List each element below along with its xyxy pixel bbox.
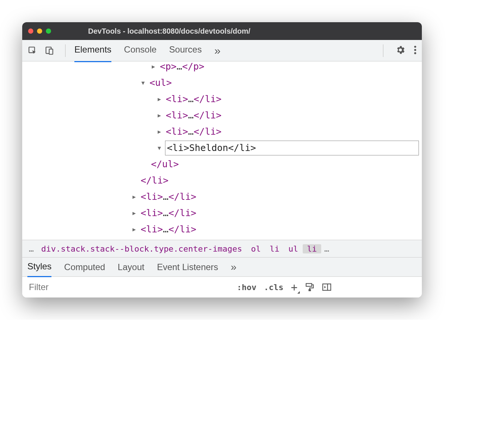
dom-ellipsis: … <box>188 107 194 124</box>
toolbar-separator <box>65 44 65 57</box>
dom-tree[interactable]: ▶ <p>…</p> ▼ <ul> ▶ <li>…</li> ▶ <li>…</… <box>22 61 422 240</box>
tab-console[interactable]: Console <box>124 39 157 62</box>
toolbar-right <box>379 44 417 57</box>
dom-node-tag: </li> <box>168 205 196 221</box>
svg-rect-6 <box>306 283 312 286</box>
paint-format-icon[interactable] <box>305 282 315 292</box>
window-title: DevTools - localhost:8080/docs/devtools/… <box>88 27 251 36</box>
inspect-element-icon[interactable] <box>27 46 38 56</box>
subtab-computed[interactable]: Computed <box>64 258 105 277</box>
expand-triangle-icon[interactable]: ▶ <box>152 61 158 75</box>
collapse-triangle-icon[interactable]: ▼ <box>141 75 147 91</box>
dom-node-tag: </li> <box>168 221 196 238</box>
styles-filter-input[interactable] <box>26 280 233 295</box>
subtab-styles[interactable]: Styles <box>27 257 51 277</box>
expand-triangle-icon[interactable]: ▶ <box>132 221 138 238</box>
dom-node-tag[interactable]: <li> <box>166 107 188 124</box>
breadcrumb-bar: … div.stack.stack--block.type.center-ima… <box>22 240 422 258</box>
dom-node-tag: </li> <box>194 107 221 124</box>
dom-ellipsis: … <box>177 61 182 75</box>
settings-gear-icon[interactable] <box>395 45 406 57</box>
dom-node-tag: </li> <box>194 124 221 140</box>
kebab-menu-icon[interactable] <box>414 45 417 56</box>
styles-panel-tabs: Styles Computed Layout Event Listeners » <box>22 258 422 277</box>
cls-toggle-button[interactable]: .cls <box>264 283 283 292</box>
dom-ellipsis: … <box>188 91 194 107</box>
dom-node-tag[interactable]: <li> <box>166 91 188 107</box>
expand-triangle-icon[interactable]: ▶ <box>158 124 164 140</box>
dom-node-li-close[interactable]: </li> <box>141 172 168 189</box>
maximize-window-button[interactable] <box>46 28 51 34</box>
breadcrumb-item[interactable]: ul <box>284 244 303 253</box>
close-window-button[interactable] <box>28 28 33 34</box>
more-tabs-button[interactable]: » <box>214 39 221 62</box>
dom-node-tag: </li> <box>194 91 221 107</box>
svg-rect-8 <box>323 284 331 290</box>
toolbar-separator-2 <box>383 44 383 57</box>
breadcrumb-item[interactable]: li <box>265 244 284 253</box>
toggle-sidebar-icon[interactable] <box>322 282 332 292</box>
svg-point-4 <box>414 49 416 51</box>
collapse-triangle-icon[interactable]: ▼ <box>158 140 164 156</box>
dom-node-tag[interactable]: <li> <box>141 221 163 238</box>
hov-toggle-button[interactable]: :hov <box>237 283 256 292</box>
dom-node-tag[interactable]: <p> <box>160 61 177 75</box>
main-toolbar: Elements Console Sources » <box>22 40 422 61</box>
dom-node-ul-close[interactable]: </ul> <box>151 156 179 172</box>
window-titlebar: DevTools - localhost:8080/docs/devtools/… <box>22 22 422 40</box>
breadcrumb-overflow-left[interactable]: … <box>26 244 37 253</box>
subtab-event-listeners[interactable]: Event Listeners <box>157 258 218 277</box>
dom-node-tag[interactable]: <li> <box>141 189 163 205</box>
expand-triangle-icon[interactable]: ▶ <box>158 107 164 124</box>
expand-triangle-icon[interactable]: ▶ <box>158 91 164 107</box>
breadcrumb-item-selected[interactable]: li <box>303 244 322 253</box>
tab-sources[interactable]: Sources <box>169 39 202 62</box>
expand-triangle-icon[interactable]: ▶ <box>132 189 138 205</box>
breadcrumb-item[interactable]: ol <box>246 244 265 253</box>
svg-rect-2 <box>49 49 53 54</box>
svg-point-3 <box>414 46 416 47</box>
more-subtabs-button[interactable]: » <box>231 257 237 278</box>
dom-node-tag[interactable]: <li> <box>166 124 188 140</box>
breadcrumb-overflow-right[interactable]: … <box>321 244 332 253</box>
dom-edit-input[interactable]: <li>Sheldon</li> <box>165 141 419 155</box>
traffic-lights <box>28 28 51 34</box>
dom-node-tag: </p> <box>182 61 204 75</box>
dom-ellipsis: … <box>188 124 194 140</box>
panel-tabs: Elements Console Sources » <box>74 39 221 62</box>
breadcrumb-item[interactable]: div.stack.stack--block.type.center-image… <box>37 244 246 253</box>
devtools-window: DevTools - localhost:8080/docs/devtools/… <box>22 22 422 297</box>
dom-ellipsis: … <box>163 189 168 205</box>
dom-node-tag[interactable]: <li> <box>141 205 163 221</box>
new-style-rule-button[interactable]: +◢ <box>291 281 298 294</box>
dom-node-ul-open[interactable]: <ul> <box>149 75 172 91</box>
tab-elements[interactable]: Elements <box>74 39 111 62</box>
device-toggle-icon[interactable] <box>44 46 55 56</box>
dom-ellipsis: … <box>163 221 168 238</box>
styles-toolbar: :hov .cls +◢ <box>22 277 422 297</box>
dom-ellipsis: … <box>163 205 168 221</box>
minimize-window-button[interactable] <box>37 28 42 34</box>
dom-node-tag: </li> <box>168 189 196 205</box>
svg-point-5 <box>414 52 416 54</box>
subtab-layout[interactable]: Layout <box>118 258 144 277</box>
dom-edit-text[interactable]: <li>Sheldon</li> <box>167 140 256 156</box>
svg-rect-7 <box>309 290 310 291</box>
expand-triangle-icon[interactable]: ▶ <box>132 205 138 221</box>
